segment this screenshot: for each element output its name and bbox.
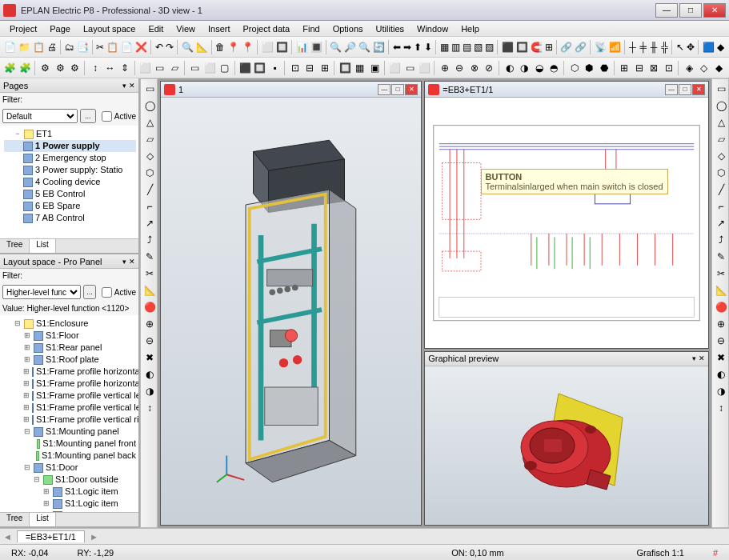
- toolbar-button[interactable]: 🔲: [515, 39, 529, 55]
- toolbar-button[interactable]: ▦: [439, 39, 450, 55]
- vtoolbar-button[interactable]: ▭: [713, 81, 729, 97]
- toolbar-button[interactable]: ╫: [649, 39, 659, 55]
- toolbar-button[interactable]: ⬜: [138, 60, 153, 76]
- vtoolbar-button[interactable]: ✖: [713, 350, 729, 366]
- toolbar-button[interactable]: ◈: [682, 60, 696, 76]
- expander-icon[interactable]: −: [14, 128, 22, 140]
- toolbar-button[interactable]: ╪: [639, 39, 648, 55]
- expander-icon[interactable]: ⊞: [23, 402, 30, 414]
- expander-icon[interactable]: ⊞: [23, 342, 31, 354]
- toolbar-button[interactable]: 📊: [295, 39, 309, 55]
- expander-icon[interactable]: ⊞: [23, 330, 31, 342]
- toolbar-button[interactable]: 🔍: [358, 39, 371, 55]
- toolbar-button[interactable]: ⊞: [318, 60, 332, 76]
- tab-list[interactable]: List: [30, 513, 56, 526]
- document-tab[interactable]: =EB3+ET1/1: [17, 530, 85, 542]
- toolbar-button[interactable]: ▧: [473, 39, 483, 55]
- close-button[interactable]: ✕: [703, 3, 726, 18]
- toolbar-button[interactable]: 📍: [226, 39, 240, 55]
- vtoolbar-button[interactable]: ⌐: [142, 198, 158, 214]
- mdi-close-button[interactable]: ✕: [692, 84, 705, 95]
- toolbar-button[interactable]: ✂: [95, 39, 105, 55]
- toolbar-button[interactable]: 🖨: [46, 39, 58, 55]
- tab-tree[interactable]: Tree: [0, 513, 30, 526]
- vtoolbar-button[interactable]: ◑: [713, 383, 729, 399]
- preview-viewport[interactable]: [425, 366, 708, 525]
- expander-icon[interactable]: ⊟: [33, 474, 41, 486]
- toolbar-button[interactable]: ▭: [188, 60, 202, 76]
- tree-item[interactable]: ⊞S1:Frame profile vertical right: [4, 414, 136, 426]
- toolbar-button[interactable]: 📍: [241, 39, 254, 55]
- toolbar-button[interactable]: ▭: [153, 60, 167, 76]
- toolbar-button[interactable]: ▭: [403, 60, 417, 76]
- toolbar-button[interactable]: ⬜: [418, 60, 432, 76]
- toolbar-button[interactable]: ◇: [697, 60, 711, 76]
- vtoolbar-button[interactable]: ⊖: [142, 333, 158, 349]
- tree-item[interactable]: ⊟S1:Door outside: [4, 474, 136, 486]
- view3d-titlebar[interactable]: 1 — □ ✕: [161, 82, 421, 98]
- toolbar-button[interactable]: ↖: [675, 39, 685, 55]
- toolbar-button[interactable]: ⬜: [388, 60, 403, 76]
- menu-page[interactable]: Page: [43, 22, 77, 35]
- menu-utilities[interactable]: Utilities: [370, 22, 411, 35]
- schematic-viewport[interactable]: BUTTON Terminalsinlarged when main switc…: [425, 98, 708, 348]
- toolbar-button[interactable]: ◆: [711, 60, 726, 76]
- toolbar-button[interactable]: 🔎: [343, 39, 357, 55]
- tree-item[interactable]: 7 AB Control: [4, 212, 136, 224]
- toolbar-button[interactable]: 🧲: [530, 39, 543, 55]
- toolbar-button[interactable]: 🔗: [559, 39, 573, 55]
- toolbar-button[interactable]: ▱: [168, 60, 182, 76]
- toolbar-button[interactable]: 🟦: [702, 39, 715, 55]
- vtoolbar-button[interactable]: ◐: [142, 366, 158, 382]
- toolbar-button[interactable]: ▢: [218, 60, 232, 76]
- toolbar-button[interactable]: ⊞: [544, 39, 554, 55]
- toolbar-button[interactable]: 📡: [594, 39, 607, 55]
- toolbar-button[interactable]: ▨: [484, 39, 495, 55]
- maximize-button[interactable]: □: [679, 3, 702, 18]
- tree-item[interactable]: S1:Mounting panel front: [4, 438, 136, 450]
- vtoolbar-button[interactable]: 📐: [713, 282, 729, 298]
- toolbar-button[interactable]: ⊗: [467, 60, 482, 76]
- toolbar-button[interactable]: 🔍: [181, 39, 194, 55]
- expander-icon[interactable]: ⊞: [23, 414, 30, 426]
- tree-item[interactable]: 6 EB Spare: [4, 200, 136, 212]
- toolbar-button[interactable]: ⊡: [662, 60, 676, 76]
- pages-tree[interactable]: − ET1 1 Power supply2 Emergency stop3 Po…: [0, 126, 138, 238]
- vtoolbar-button[interactable]: ⌐: [713, 198, 729, 214]
- expander-icon[interactable]: ⊟: [14, 318, 22, 330]
- toolbar-button[interactable]: ⊞: [617, 60, 631, 76]
- vtoolbar-button[interactable]: ⊕: [142, 316, 158, 332]
- vtoolbar-button[interactable]: ◇: [142, 148, 158, 164]
- toolbar-button[interactable]: 📄: [3, 39, 17, 55]
- toolbar-button[interactable]: 📁: [18, 39, 31, 55]
- layout-active-checkbox[interactable]: [102, 287, 112, 298]
- vtoolbar-button[interactable]: ⬡: [713, 165, 729, 181]
- pages-filter-more-button[interactable]: ...: [80, 109, 96, 123]
- toolbar-button[interactable]: 📐: [195, 39, 209, 55]
- expander-icon[interactable]: ⊞: [23, 378, 30, 390]
- toolbar-button[interactable]: ▦: [353, 60, 367, 76]
- vtoolbar-button[interactable]: ▱: [713, 131, 729, 147]
- expander-icon[interactable]: ⊞: [42, 498, 50, 510]
- toolbar-button[interactable]: ❌: [134, 39, 148, 55]
- toolbar-button[interactable]: ▪: [268, 60, 282, 76]
- vtoolbar-button[interactable]: ◑: [142, 383, 158, 399]
- toolbar-button[interactable]: ◓: [547, 60, 562, 76]
- vtoolbar-button[interactable]: ⤴: [713, 232, 729, 248]
- layout-panel-controls[interactable]: ▾ ✕: [122, 258, 135, 266]
- pages-active-checkbox[interactable]: [102, 111, 112, 122]
- menu-window[interactable]: Window: [411, 22, 455, 35]
- toolbar-button[interactable]: ⬣: [597, 60, 611, 76]
- tab-nav-icon[interactable]: ◄: [3, 532, 12, 542]
- toolbar-button[interactable]: ⚙: [53, 60, 67, 76]
- tree-item[interactable]: ⊟S1:Mounting panel: [4, 426, 136, 438]
- toolbar-button[interactable]: 🔳: [310, 39, 323, 55]
- vtoolbar-button[interactable]: ↗: [142, 215, 158, 231]
- toolbar-button[interactable]: ⬛: [501, 39, 515, 55]
- toolbar-button[interactable]: ⊘: [483, 60, 497, 76]
- toolbar-button[interactable]: ⊟: [632, 60, 647, 76]
- menu-edit[interactable]: Edit: [142, 22, 170, 35]
- tree-item[interactable]: ⊞S1:Frame profile vertical left fr: [4, 390, 136, 402]
- menu-options[interactable]: Options: [326, 22, 370, 35]
- toolbar-button[interactable]: 🔲: [275, 39, 289, 55]
